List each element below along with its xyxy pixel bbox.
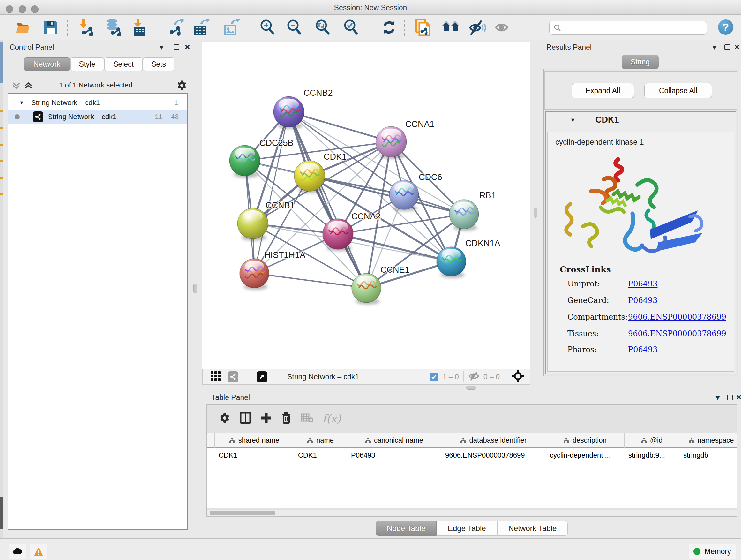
show-columns-icon[interactable] — [239, 412, 252, 425]
column-header-description[interactable]: description — [546, 433, 624, 448]
network-row[interactable]: String Network – cdk1 11 48 — [8, 110, 187, 124]
export-network-icon[interactable] — [166, 18, 185, 37]
table-cell[interactable]: stringdb — [679, 449, 737, 462]
open-session-icon[interactable] — [14, 18, 32, 37]
crosslink-link[interactable]: P06493 — [628, 296, 658, 305]
export-table-icon[interactable] — [192, 18, 210, 37]
refresh-icon[interactable] — [380, 18, 398, 37]
tab-network-table[interactable]: Network Table — [497, 521, 568, 536]
edge-CCNB2-HIST1H1A[interactable] — [254, 112, 289, 273]
table-cell[interactable]: P06493 — [347, 449, 441, 462]
column-type-icon — [229, 438, 235, 443]
add-column-icon[interactable] — [260, 412, 272, 425]
right-splitter-handle[interactable] — [534, 208, 537, 218]
table-cell[interactable]: 9606.ENSP00000378699 — [441, 449, 546, 462]
tab-node-table[interactable]: Node Table — [376, 521, 436, 536]
selected-checkbox-icon[interactable] — [429, 373, 438, 381]
results-panel-collapse-icon[interactable]: ▼ — [711, 44, 718, 52]
birdseye-grid-icon[interactable] — [210, 371, 221, 383]
toolbar-separator — [404, 17, 405, 37]
network-collection-row[interactable]: ▼ String Network – cdk1 1 — [8, 96, 187, 110]
horizontal-splitter-handle[interactable] — [466, 386, 476, 389]
control-panel-close-icon[interactable]: ✕ — [185, 43, 190, 51]
left-splitter-handle[interactable] — [193, 284, 197, 293]
results-panel-close-icon[interactable]: ✕ — [734, 43, 740, 51]
column-header-namespace[interactable]: namespace — [679, 433, 737, 448]
table-cell[interactable]: stringdb:9... — [624, 449, 679, 462]
network-options-gear-icon[interactable] — [177, 80, 187, 92]
zoom-out-icon[interactable] — [285, 18, 304, 37]
memory-button[interactable]: Memory — [689, 544, 736, 559]
search-input[interactable] — [562, 23, 699, 32]
cloud-button[interactable] — [9, 544, 26, 559]
expand-all-button[interactable]: Expand All — [571, 83, 634, 98]
network-canvas[interactable]: CCNB2CCNA1CDC25BCDK1CDC6RB1CCNB1CCNA2CDK… — [202, 42, 530, 369]
control-panel-float-icon[interactable] — [174, 44, 179, 50]
hidden-eye-icon[interactable] — [468, 371, 480, 382]
node-CDKN1A[interactable] — [436, 247, 466, 278]
control-panel-collapse-icon[interactable]: ▼ — [158, 44, 165, 52]
node-label-CDC25B: CDC25B — [259, 138, 293, 148]
column-header-shared-name[interactable]: shared name — [215, 433, 294, 448]
node-CCNE1[interactable] — [352, 273, 381, 305]
edge-CCNB2-CCNA1[interactable] — [289, 112, 391, 142]
column-header-canonical-name[interactable]: canonical name — [347, 433, 441, 448]
node-CDK1[interactable] — [294, 161, 325, 193]
results-panel-float-icon[interactable] — [724, 44, 730, 50]
import-table-icon[interactable] — [130, 18, 148, 37]
results-tab-string[interactable]: String — [622, 55, 659, 69]
zoom-in-icon[interactable] — [259, 18, 277, 37]
tab-edge-table[interactable]: Edge Table — [436, 521, 497, 536]
column-header-database-identifier[interactable]: database identifier — [441, 433, 546, 448]
crosslink-link[interactable]: P06493 — [628, 279, 658, 288]
show-hidden-eye-icon[interactable] — [494, 18, 513, 37]
import-network-file-icon[interactable] — [77, 18, 95, 37]
protein-expand-arrow-icon[interactable]: ▼ — [570, 117, 576, 124]
collapse-all-button[interactable]: Collapse All — [644, 83, 712, 98]
table-panel-float-icon[interactable] — [727, 395, 733, 400]
crosslink-link[interactable]: 9606.ENSP00000378699 — [628, 313, 726, 321]
tab-style[interactable]: Style — [70, 57, 104, 71]
table-panel-collapse-icon[interactable]: ▼ — [714, 394, 721, 402]
scrollbar-thumb[interactable] — [210, 511, 275, 515]
node-CDC25B[interactable] — [229, 145, 260, 178]
table-panel-close-icon[interactable]: ✕ — [736, 393, 741, 401]
column-header-name[interactable]: name — [294, 433, 347, 448]
warnings-button[interactable] — [30, 544, 47, 559]
search-box — [549, 21, 707, 35]
import-network-database-icon[interactable] — [105, 18, 123, 37]
table-cell[interactable]: cyclin-dependent ... — [546, 449, 624, 462]
zoom-fit-icon[interactable] — [314, 18, 332, 37]
edge-CCNB2-CCNE1[interactable] — [289, 112, 366, 288]
crosslink-link[interactable]: P06493 — [628, 345, 658, 354]
zoom-selected-icon[interactable] — [342, 18, 360, 37]
export-image-icon[interactable] — [222, 18, 240, 37]
column-header--id[interactable]: @id — [624, 433, 679, 448]
crosslink-link[interactable]: 9606.ENSP00000378699 — [628, 329, 726, 338]
node-RB1[interactable] — [449, 199, 479, 231]
copy-style-icon[interactable] — [414, 18, 432, 37]
hide-selected-icon[interactable] — [468, 18, 487, 37]
results-panel-title: Results Panel — [546, 43, 592, 52]
node-HIST1H1A[interactable] — [240, 259, 269, 290]
help-button[interactable]: ? — [718, 19, 733, 35]
tab-select[interactable]: Select — [105, 57, 143, 71]
center-view-crosshair-icon[interactable] — [512, 370, 524, 384]
table-cell[interactable]: CDK1 — [294, 449, 347, 462]
node-CDC6[interactable] — [389, 180, 419, 211]
string-style-icon[interactable] — [227, 371, 239, 382]
node-table[interactable]: shared namenamecanonical namedatabase id… — [207, 433, 737, 508]
node-CCNB1[interactable] — [238, 208, 268, 241]
table-cell[interactable]: CDK1 — [215, 449, 294, 462]
edge-HIST1H1A-CCNE1[interactable] — [254, 273, 366, 288]
collection-expand-arrow-icon[interactable]: ▼ — [19, 100, 24, 106]
table-gear-icon[interactable] — [219, 412, 230, 425]
tab-network[interactable]: Network — [24, 57, 70, 71]
open-in-browser-icon[interactable] — [257, 371, 267, 382]
save-session-icon[interactable] — [42, 18, 60, 37]
show-all-networks-icon[interactable] — [442, 18, 460, 37]
tab-sets[interactable]: Sets — [143, 57, 174, 71]
node-CCNA1[interactable] — [376, 126, 407, 159]
table-horizontal-scrollbar[interactable] — [207, 510, 737, 516]
delete-column-trash-icon[interactable] — [281, 412, 292, 425]
